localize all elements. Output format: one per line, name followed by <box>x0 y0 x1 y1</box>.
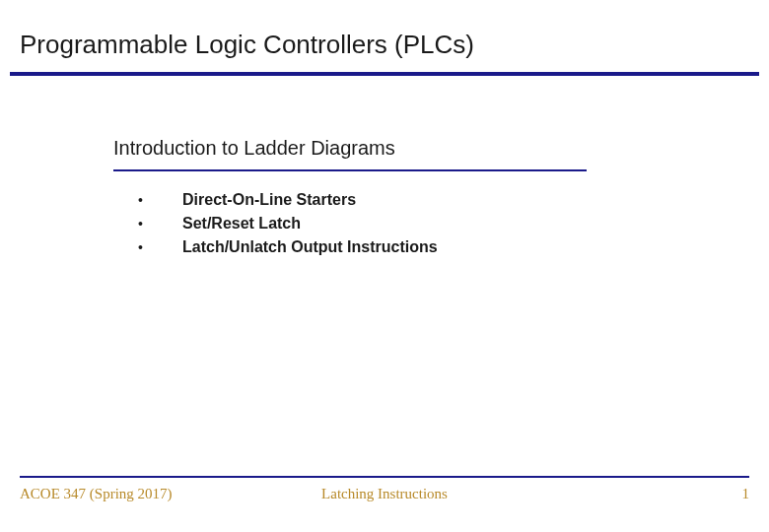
bullet-text: Set/Reset Latch <box>182 215 301 233</box>
footer-right: 1 <box>742 486 750 502</box>
title-underline <box>10 72 759 76</box>
subtitle-underline <box>113 169 587 171</box>
bullet-icon: • <box>138 239 182 255</box>
bullet-list: • Direct-On-Line Starters • Set/Reset La… <box>138 191 749 256</box>
bullet-text: Latch/Unlatch Output Instructions <box>182 238 438 256</box>
footer-left: ACOE 347 (Spring 2017) <box>20 486 173 502</box>
list-item: • Latch/Unlatch Output Instructions <box>138 238 749 256</box>
footer-center: Latching Instructions <box>321 486 448 502</box>
list-item: • Set/Reset Latch <box>138 215 749 233</box>
subtitle-block: Introduction to Ladder Diagrams <box>113 137 587 171</box>
bullet-icon: • <box>138 216 182 232</box>
slide: Programmable Logic Controllers (PLCs) In… <box>0 0 769 532</box>
slide-subtitle: Introduction to Ladder Diagrams <box>113 137 587 169</box>
bullet-text: Direct-On-Line Starters <box>182 191 356 209</box>
bullet-icon: • <box>138 192 182 208</box>
footer: ACOE 347 (Spring 2017) Latching Instruct… <box>20 486 749 502</box>
slide-title: Programmable Logic Controllers (PLCs) <box>20 30 749 72</box>
footer-divider <box>20 476 749 478</box>
list-item: • Direct-On-Line Starters <box>138 191 749 209</box>
